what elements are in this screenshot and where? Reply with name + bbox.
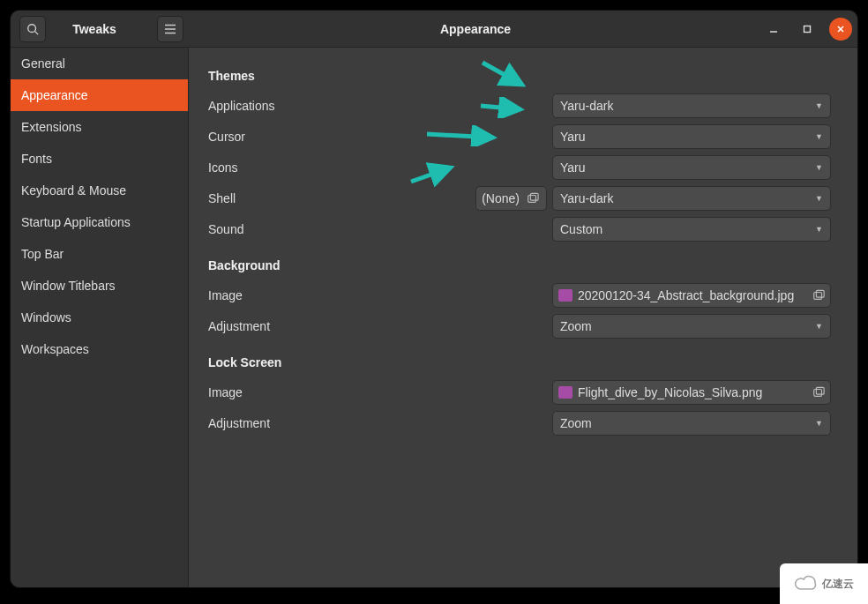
close-button[interactable] [829, 18, 852, 41]
row-label: Applications [208, 99, 464, 113]
section-title-lock-screen: Lock Screen [208, 355, 838, 369]
window-body: General Appearance Extensions Fonts Keyb… [11, 48, 857, 587]
sidebar-item-label: Extensions [21, 120, 81, 134]
window-controls [762, 18, 857, 41]
titlebar: Tweaks Appearance [11, 11, 857, 48]
row-label: Shell [208, 191, 464, 205]
svg-rect-14 [816, 387, 824, 394]
sidebar: General Appearance Extensions Fonts Keyb… [11, 48, 189, 587]
combo-value: Zoom [560, 319, 592, 333]
hamburger-icon [164, 24, 176, 34]
sidebar-item-window-titlebars[interactable]: Window Titlebars [11, 270, 188, 302]
sidebar-item-label: Keyboard & Mouse [21, 183, 126, 198]
svg-point-0 [28, 24, 36, 32]
chevron-down-icon: ▼ [815, 322, 823, 331]
combo-value: Custom [560, 222, 602, 236]
row-background-image: Image 20200120-34_Abstract_background.jp… [208, 280, 838, 310]
svg-rect-12 [816, 290, 824, 297]
section-title-background: Background [208, 258, 838, 272]
sidebar-item-extensions[interactable]: Extensions [11, 111, 188, 143]
row-label: Adjustment [208, 319, 464, 333]
file-browse-icon [525, 190, 541, 206]
sidebar-item-keyboard-mouse[interactable]: Keyboard & Mouse [11, 175, 188, 206]
chevron-down-icon: ▼ [815, 132, 823, 141]
background-adjustment-combo[interactable]: Zoom ▼ [552, 314, 831, 339]
titlebar-left: Tweaks [11, 11, 189, 47]
row-label: Image [208, 288, 464, 302]
minimize-button[interactable] [762, 18, 785, 41]
page-title: Appearance [189, 22, 762, 36]
combo-value: Yaru-dark [560, 191, 613, 205]
aux-label: (None) [482, 191, 520, 205]
chevron-down-icon: ▼ [815, 225, 823, 234]
sidebar-item-windows[interactable]: Windows [11, 302, 188, 333]
watermark: 亿速云 [780, 563, 868, 604]
file-browse-icon [812, 386, 825, 399]
cloud-icon [794, 575, 819, 593]
sidebar-item-label: Windows [21, 310, 71, 324]
row-label: Image [208, 385, 464, 399]
row-icons: Icons Yaru ▼ [208, 152, 838, 183]
file-value: Flight_dive_by_Nicolas_Silva.png [578, 385, 762, 399]
row-background-adjustment: Adjustment Zoom ▼ [208, 310, 838, 341]
sidebar-item-label: Appearance [21, 88, 88, 102]
sidebar-item-label: Top Bar [21, 247, 64, 261]
row-shell: Shell (None) Yaru-dark ▼ [208, 183, 838, 213]
sidebar-item-label: Window Titlebars [21, 279, 116, 293]
search-icon [26, 23, 39, 35]
svg-line-1 [35, 31, 39, 34]
image-thumbnail-icon [558, 289, 572, 302]
cursor-theme-combo[interactable]: Yaru ▼ [552, 124, 831, 149]
combo-value: Zoom [560, 416, 592, 430]
svg-rect-9 [528, 195, 536, 202]
maximize-icon [802, 24, 812, 34]
svg-rect-13 [814, 389, 822, 396]
sidebar-item-startup-applications[interactable]: Startup Applications [11, 206, 188, 238]
chevron-down-icon: ▼ [815, 163, 823, 172]
maximize-button[interactable] [796, 18, 819, 41]
shell-theme-combo[interactable]: Yaru-dark ▼ [552, 186, 831, 211]
sidebar-item-label: Startup Applications [21, 215, 131, 229]
combo-value: Yaru [560, 130, 586, 144]
close-icon [835, 24, 846, 34]
row-label: Icons [208, 160, 464, 175]
svg-rect-11 [814, 292, 822, 299]
row-cursor: Cursor Yaru ▼ [208, 121, 838, 152]
row-applications: Applications Yaru-dark ▼ [208, 90, 838, 121]
shell-none-button[interactable]: (None) [475, 186, 547, 211]
sidebar-item-label: General [21, 56, 65, 71]
sidebar-item-appearance[interactable]: Appearance [11, 79, 188, 111]
sidebar-item-top-bar[interactable]: Top Bar [11, 238, 188, 270]
icons-theme-combo[interactable]: Yaru ▼ [552, 155, 831, 180]
background-image-file-chooser[interactable]: 20200120-34_Abstract_background.jpg [552, 283, 831, 308]
sound-theme-combo[interactable]: Custom ▼ [552, 217, 831, 242]
app-title: Tweaks [46, 22, 157, 36]
svg-rect-6 [804, 26, 811, 32]
applications-theme-combo[interactable]: Yaru-dark ▼ [552, 93, 831, 118]
sidebar-item-fonts[interactable]: Fonts [11, 143, 188, 175]
search-button[interactable] [19, 16, 46, 42]
hamburger-menu-button[interactable] [157, 16, 183, 42]
section-title-themes: Themes [208, 69, 838, 83]
sidebar-item-general[interactable]: General [11, 48, 188, 79]
row-label: Sound [208, 222, 464, 236]
row-lockscreen-image: Image Flight_dive_by_Nicolas_Silva.png [208, 377, 838, 407]
sidebar-item-label: Workspaces [21, 342, 89, 356]
combo-value: Yaru [560, 160, 586, 175]
row-label: Adjustment [208, 416, 464, 430]
file-browse-icon [812, 289, 825, 302]
tweaks-window: Tweaks Appearance General Appearance Ex [11, 11, 857, 587]
row-lockscreen-adjustment: Adjustment Zoom ▼ [208, 407, 838, 438]
file-value: 20200120-34_Abstract_background.jpg [578, 288, 794, 302]
chevron-down-icon: ▼ [815, 101, 823, 110]
image-thumbnail-icon [558, 386, 572, 399]
row-label: Cursor [208, 130, 464, 144]
content-pane: Themes Applications Yaru-dark ▼ Cursor Y… [189, 48, 857, 587]
minimize-icon [768, 24, 779, 34]
lockscreen-adjustment-combo[interactable]: Zoom ▼ [552, 411, 831, 436]
chevron-down-icon: ▼ [815, 194, 823, 203]
sidebar-item-label: Fonts [21, 152, 52, 166]
lockscreen-image-file-chooser[interactable]: Flight_dive_by_Nicolas_Silva.png [552, 380, 831, 405]
sidebar-item-workspaces[interactable]: Workspaces [11, 333, 188, 365]
watermark-label: 亿速云 [822, 577, 854, 592]
